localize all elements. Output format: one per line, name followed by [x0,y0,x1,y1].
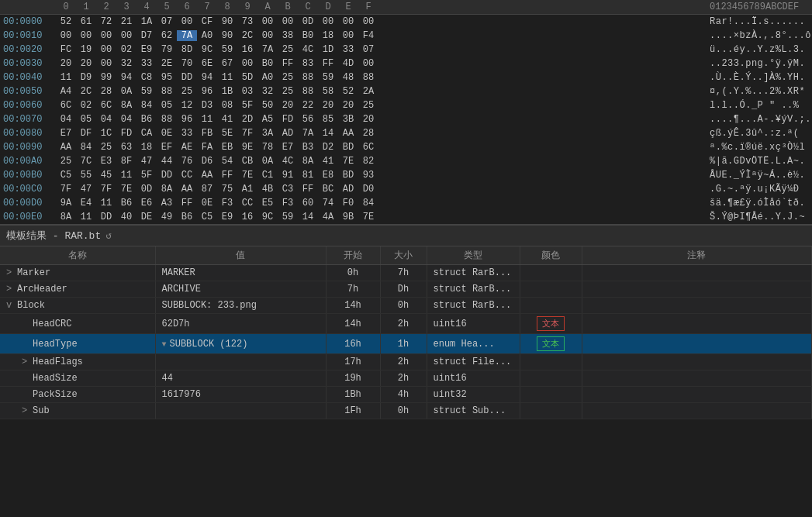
hex-byte[interactable]: 95 [157,72,177,83]
hex-byte[interactable]: E7 [56,128,76,139]
hex-byte[interactable]: 82 [358,156,378,167]
hex-byte[interactable]: 59 [318,72,338,83]
hex-byte[interactable]: 1B [217,86,237,97]
hex-byte[interactable]: 84 [136,100,157,111]
hex-byte[interactable]: 0A [116,86,136,97]
hex-byte[interactable]: 20 [76,58,96,69]
hex-byte[interactable]: CC [177,170,197,181]
expand-icon[interactable]: v [6,300,17,311]
hex-byte[interactable]: AD [278,128,298,139]
hex-byte[interactable]: 7E [358,212,378,222]
hex-byte[interactable]: 8F [116,156,136,167]
hex-byte[interactable]: 16 [237,212,257,222]
color-badge[interactable]: 文本 [537,336,565,351]
refresh-icon[interactable]: ↺ [105,229,112,242]
hex-byte[interactable]: 11 [116,170,136,181]
hex-byte[interactable]: D3 [197,100,217,111]
table-row[interactable]: >Sub1Fh0hstruct Sub... [0,403,812,419]
hex-row[interactable]: 00:004011D99994C895DD94115DA02588594888.… [0,71,812,84]
hex-byte[interactable]: 02 [116,44,136,55]
hex-byte[interactable]: 9A [56,198,76,209]
hex-byte[interactable]: 5F [136,170,157,181]
hex-byte[interactable]: AE [177,142,197,153]
hex-byte[interactable]: 8A [116,100,136,111]
hex-byte[interactable]: 25 [278,86,298,97]
hex-byte[interactable]: 4A [318,212,338,222]
hex-byte[interactable]: 81 [298,170,318,181]
hex-byte[interactable]: 0D [298,16,318,27]
hex-byte[interactable]: DD [177,72,197,83]
hex-byte[interactable]: 25 [177,86,197,97]
hex-byte[interactable]: 04 [96,114,116,125]
table-row[interactable]: HeadCRC62D7h14h2huint16文本 [0,314,812,334]
hex-byte[interactable]: 14 [298,212,318,222]
hex-byte[interactable]: 52 [56,16,76,27]
hex-byte[interactable]: 7E [116,184,136,195]
hex-byte[interactable]: 60 [298,198,318,209]
hex-byte[interactable]: CB [237,156,257,167]
hex-byte[interactable]: 7A [257,44,278,55]
hex-byte[interactable]: 00 [96,30,116,41]
hex-byte[interactable]: 25 [56,156,76,167]
dropdown-arrow[interactable]: ▼ [162,340,167,349]
hex-row[interactable]: 00:0080E7DF1CFDCA0E33FB5E7F3AAD7A14AA28ç… [0,126,812,140]
table-row[interactable]: PackSize16179761Bh4huint32 [0,387,812,403]
hex-byte[interactable]: 88 [358,72,378,83]
hex-byte[interactable]: 0D [136,184,157,195]
hex-byte[interactable]: 07 [157,16,177,27]
hex-byte[interactable]: 49 [157,212,177,222]
hex-byte[interactable]: 8D [177,44,197,55]
hex-byte[interactable]: 08 [217,100,237,111]
hex-byte[interactable]: 7F [96,184,116,195]
hex-byte[interactable]: CF [197,16,217,27]
hex-byte[interactable]: 05 [157,100,177,111]
hex-byte[interactable]: 11 [56,72,76,83]
hex-byte[interactable]: 7C [76,156,96,167]
hex-byte[interactable]: 62 [157,30,177,41]
hex-byte[interactable]: AA [338,128,358,139]
hex-byte[interactable]: 9C [257,212,278,222]
hex-byte[interactable]: E6 [136,198,157,209]
hex-byte[interactable]: B6 [136,114,157,125]
hex-byte[interactable]: 00 [96,44,116,55]
hex-byte[interactable]: 3B [338,114,358,125]
hex-byte[interactable]: 33 [177,128,197,139]
hex-byte[interactable]: 19 [76,44,96,55]
hex-byte[interactable]: 8A [157,184,177,195]
hex-byte[interactable]: FB [197,128,217,139]
hex-byte[interactable]: 74 [318,198,338,209]
hex-byte[interactable]: C3 [278,184,298,195]
hex-byte[interactable]: EF [157,142,177,153]
hex-byte[interactable]: FF [318,58,338,69]
hex-byte[interactable]: 61 [76,16,96,27]
hex-byte[interactable]: FC [56,44,76,55]
hex-byte[interactable]: 72 [96,16,116,27]
hex-byte[interactable]: 96 [197,86,217,97]
hex-byte[interactable]: 85 [318,114,338,125]
hex-byte[interactable]: 20 [358,114,378,125]
hex-byte[interactable]: 9E [237,142,257,153]
hex-byte[interactable]: D6 [197,156,217,167]
hex-byte[interactable]: 25 [278,44,298,55]
hex-byte[interactable]: F4 [358,30,378,41]
hex-byte[interactable]: 20 [318,100,338,111]
hex-byte[interactable]: B0 [298,30,318,41]
hex-byte[interactable]: 00 [257,30,278,41]
hex-row[interactable]: 00:007004050404B6889611412DA5FD56853B20.… [0,112,812,126]
hex-byte[interactable]: 47 [76,184,96,195]
hex-byte[interactable]: BC [318,184,338,195]
hex-byte[interactable]: D2 [318,142,338,153]
hex-byte[interactable]: 94 [197,72,217,83]
hex-byte[interactable]: 52 [338,86,358,97]
hex-byte[interactable]: 75 [217,184,237,195]
color-badge[interactable]: 文本 [537,316,565,331]
hex-byte[interactable]: BD [338,170,358,181]
hex-byte[interactable]: 47 [136,156,157,167]
hex-byte[interactable]: 11 [197,114,217,125]
hex-byte[interactable]: FA [197,142,217,153]
hex-byte[interactable]: 11 [76,212,96,222]
hex-byte[interactable]: DD [96,212,116,222]
hex-byte[interactable]: 4C [278,156,298,167]
hex-byte[interactable]: 00 [76,30,96,41]
hex-byte[interactable]: AA [56,142,76,153]
